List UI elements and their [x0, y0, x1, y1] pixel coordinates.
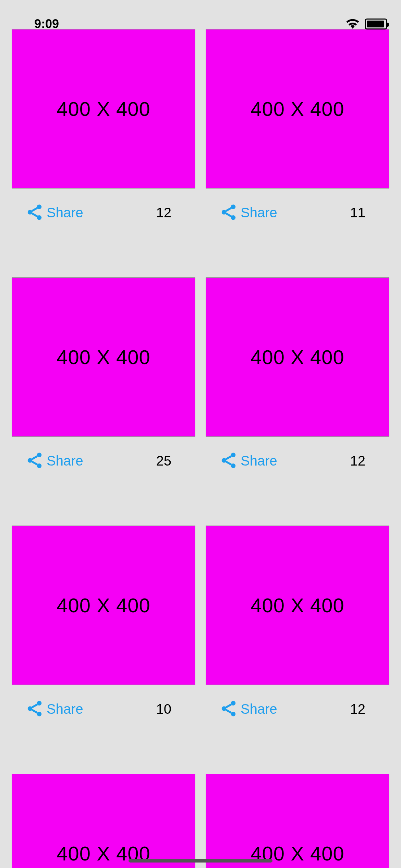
share-label: Share [47, 453, 83, 469]
wifi-icon [345, 18, 360, 30]
share-button[interactable]: Share [219, 699, 277, 719]
grid-card: 400 X 400 Share 12 [12, 29, 195, 222]
grid-card: 400 X 400 [206, 774, 389, 868]
share-icon [219, 203, 238, 222]
svg-point-5 [231, 215, 236, 220]
image-grid[interactable]: 400 X 400 Share 12 400 X 400 [0, 0, 401, 868]
share-count: 12 [350, 701, 366, 717]
share-icon [25, 203, 44, 222]
share-label: Share [47, 205, 83, 220]
svg-point-13 [28, 706, 33, 711]
svg-point-10 [222, 458, 227, 463]
grid-card: 400 X 400 Share 11 [206, 29, 389, 222]
grid-card: 400 X 400 Share 12 [206, 526, 389, 719]
card-footer: Share 12 [12, 189, 195, 222]
share-icon [25, 699, 44, 719]
grid-card: 400 X 400 Share 10 [12, 526, 195, 719]
share-label: Share [241, 205, 277, 220]
svg-point-9 [231, 453, 236, 458]
svg-point-17 [231, 712, 236, 716]
svg-point-4 [222, 210, 227, 215]
svg-point-3 [231, 205, 236, 209]
svg-point-15 [231, 701, 236, 706]
image-placeholder[interactable]: 400 X 400 [206, 774, 389, 868]
status-time: 9:09 [34, 17, 59, 31]
svg-point-16 [222, 706, 227, 711]
share-icon [219, 699, 238, 719]
share-button[interactable]: Share [219, 203, 277, 222]
image-placeholder[interactable]: 400 X 400 [12, 526, 195, 685]
card-footer: Share 12 [206, 685, 389, 719]
svg-point-0 [37, 205, 42, 209]
svg-point-12 [37, 701, 42, 706]
share-count: 25 [156, 453, 172, 469]
svg-point-11 [231, 463, 236, 468]
status-bar: 9:09 [0, 0, 401, 38]
svg-point-14 [37, 712, 42, 716]
svg-point-7 [28, 458, 33, 463]
image-placeholder[interactable]: 400 X 400 [206, 277, 389, 437]
share-count: 11 [350, 205, 366, 220]
battery-icon [365, 19, 387, 29]
image-placeholder[interactable]: 400 X 400 [206, 526, 389, 685]
share-button[interactable]: Share [25, 699, 83, 719]
share-label: Share [241, 453, 277, 469]
share-count: 12 [156, 205, 172, 220]
share-count: 10 [156, 701, 172, 717]
share-label: Share [47, 701, 83, 717]
grid-card: 400 X 400 [12, 774, 195, 868]
card-footer: Share 11 [206, 189, 389, 222]
share-button[interactable]: Share [25, 203, 83, 222]
svg-point-1 [28, 210, 33, 215]
image-placeholder[interactable]: 400 X 400 [206, 29, 389, 189]
image-placeholder[interactable]: 400 X 400 [12, 29, 195, 189]
share-icon [219, 451, 238, 471]
svg-point-2 [37, 215, 42, 220]
share-count: 12 [350, 453, 366, 469]
home-indicator[interactable] [129, 859, 272, 863]
card-footer: Share 10 [12, 685, 195, 719]
share-button[interactable]: Share [25, 451, 83, 471]
share-icon [25, 451, 44, 471]
svg-point-6 [37, 453, 42, 458]
status-indicators [345, 18, 387, 30]
grid-card: 400 X 400 Share 12 [206, 277, 389, 471]
card-footer: Share 12 [206, 437, 389, 471]
share-button[interactable]: Share [219, 451, 277, 471]
image-placeholder[interactable]: 400 X 400 [12, 774, 195, 868]
card-footer: Share 25 [12, 437, 195, 471]
grid-card: 400 X 400 Share 25 [12, 277, 195, 471]
svg-point-8 [37, 463, 42, 468]
share-label: Share [241, 701, 277, 717]
image-placeholder[interactable]: 400 X 400 [12, 277, 195, 437]
